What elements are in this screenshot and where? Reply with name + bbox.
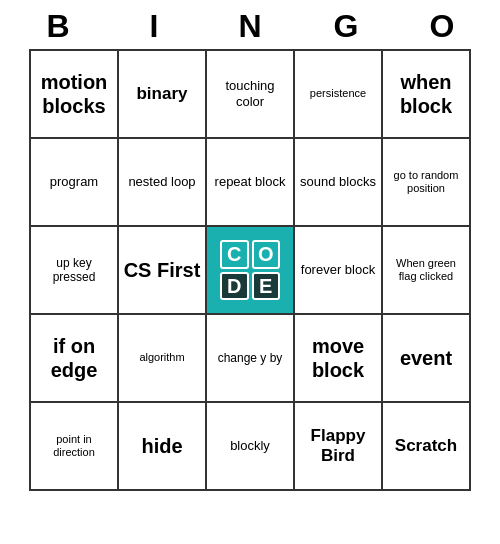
bingo-grid: motion blocks binary touching color pers… <box>29 49 471 491</box>
cell-4-0[interactable]: point in direction <box>31 403 119 491</box>
header-o: O <box>398 8 486 45</box>
cell-0-0[interactable]: motion blocks <box>31 51 119 139</box>
header-n: N <box>206 8 294 45</box>
bingo-header: B I N G O <box>10 0 490 49</box>
cell-2-1[interactable]: CS First <box>119 227 207 315</box>
cell-3-2[interactable]: change y by <box>207 315 295 403</box>
cell-4-4[interactable]: Scratch <box>383 403 471 491</box>
cell-4-1[interactable]: hide <box>119 403 207 491</box>
cell-0-4[interactable]: when block <box>383 51 471 139</box>
header-b: B <box>14 8 102 45</box>
code-icon: C O D E <box>216 236 284 304</box>
cell-2-3[interactable]: forever block <box>295 227 383 315</box>
cell-0-1[interactable]: binary <box>119 51 207 139</box>
cell-1-0[interactable]: program <box>31 139 119 227</box>
cell-1-4[interactable]: go to random position <box>383 139 471 227</box>
cell-2-0[interactable]: up key pressed <box>31 227 119 315</box>
cell-3-1[interactable]: algorithm <box>119 315 207 403</box>
cell-1-3[interactable]: sound blocks <box>295 139 383 227</box>
cell-2-4[interactable]: When green flag clicked <box>383 227 471 315</box>
cell-3-0[interactable]: if on edge <box>31 315 119 403</box>
cell-3-4[interactable]: event <box>383 315 471 403</box>
header-g: G <box>302 8 390 45</box>
cell-0-3[interactable]: persistence <box>295 51 383 139</box>
header-i: I <box>110 8 198 45</box>
cell-2-2[interactable]: C O D E <box>207 227 295 315</box>
cell-4-3[interactable]: Flappy Bird <box>295 403 383 491</box>
cell-4-2[interactable]: blockly <box>207 403 295 491</box>
cell-3-3[interactable]: move block <box>295 315 383 403</box>
cell-1-2[interactable]: repeat block <box>207 139 295 227</box>
cell-1-1[interactable]: nested loop <box>119 139 207 227</box>
cell-0-2[interactable]: touching color <box>207 51 295 139</box>
